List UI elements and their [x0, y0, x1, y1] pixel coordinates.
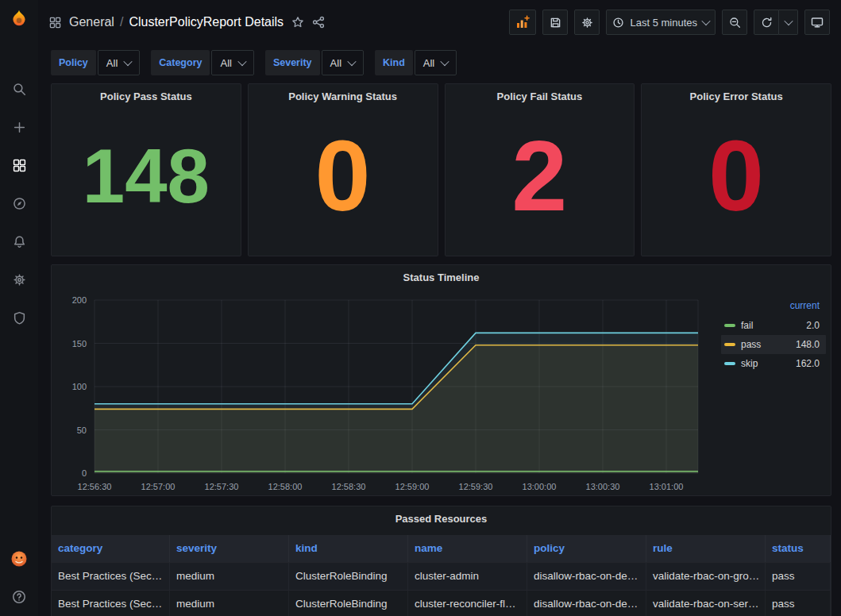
timeline-legend: currentfail2.0pass148.0skip162.0: [721, 298, 826, 373]
grafana-logo[interactable]: [0, 0, 38, 38]
series-current-value: 2.0: [806, 320, 820, 331]
breadcrumb-separator: /: [120, 15, 123, 29]
panel-title[interactable]: Status Timeline: [52, 265, 831, 289]
table-column-header[interactable]: rule: [646, 535, 766, 562]
table-cell: medium: [170, 591, 289, 616]
series-name: skip: [741, 358, 796, 369]
svg-text:12:58:30: 12:58:30: [332, 482, 366, 491]
avatar: [10, 549, 29, 568]
stat-panel-title[interactable]: Policy Pass Status: [52, 84, 241, 108]
variable-filter: SeverityAll: [265, 50, 364, 75]
panel-title[interactable]: Passed Resources: [52, 506, 831, 530]
refresh-button-group: [754, 10, 798, 35]
series-color-swatch: [724, 343, 735, 346]
series-color-swatch: [724, 362, 735, 365]
variable-filter: PolicyAll: [51, 50, 140, 75]
sidebar-item-alerting[interactable]: [0, 222, 38, 260]
svg-text:13:00:00: 13:00:00: [523, 482, 557, 491]
sidebar-item-search[interactable]: [0, 70, 38, 108]
variable-value-dropdown[interactable]: All: [415, 50, 457, 75]
stat-panel: Policy Fail Status2: [445, 83, 635, 256]
sidebar: [0, 0, 38, 616]
table-cell: ClusterRoleBinding: [289, 591, 408, 616]
save-icon: [550, 17, 561, 29]
table-body: Best Practices (Sec…mediumClusterRoleBin…: [52, 562, 831, 616]
variable-label[interactable]: Category: [151, 50, 210, 75]
sidebar-item-create[interactable]: [0, 108, 38, 146]
svg-text:12:59:00: 12:59:00: [395, 482, 430, 491]
table-column-header[interactable]: category: [52, 535, 170, 562]
series-name: pass: [741, 339, 796, 350]
dashboard-settings-button[interactable]: [574, 10, 600, 35]
sidebar-item-configuration[interactable]: [0, 260, 38, 298]
variable-value-dropdown[interactable]: All: [98, 50, 140, 75]
table-column-header[interactable]: name: [408, 535, 527, 562]
stat-panel-title[interactable]: Policy Error Status: [642, 84, 831, 108]
svg-text:100: 100: [72, 382, 87, 391]
stat-panels-row: Policy Pass Status148Policy Warning Stat…: [51, 83, 831, 256]
table-cell: Best Practices (Sec…: [52, 591, 170, 616]
time-range-label: Last 5 minutes: [630, 17, 697, 29]
table-row: Best Practices (Sec…mediumClusterRoleBin…: [52, 562, 831, 590]
table-column-header[interactable]: status: [766, 535, 831, 562]
svg-text:12:56:30: 12:56:30: [78, 482, 112, 491]
legend-row[interactable]: fail2.0: [721, 316, 826, 335]
stat-panel-title[interactable]: Policy Warning Status: [249, 84, 438, 108]
legend-row[interactable]: skip162.0: [721, 354, 826, 373]
stat-value: 0: [642, 108, 831, 256]
svg-text:50: 50: [77, 425, 87, 435]
chevron-down-icon: [347, 57, 356, 66]
sidebar-item-security[interactable]: [0, 298, 38, 337]
chevron-down-icon: [701, 17, 710, 25]
stat-value: 148: [52, 108, 241, 256]
table-column-header[interactable]: severity: [170, 535, 289, 562]
sidebar-bottom: [0, 540, 38, 616]
stat-value: 2: [446, 108, 635, 256]
variable-label[interactable]: Severity: [265, 50, 320, 75]
variable-value-dropdown[interactable]: All: [322, 50, 364, 75]
sidebar-item-profile[interactable]: [0, 540, 38, 578]
variable-label[interactable]: Kind: [375, 50, 413, 75]
refresh-button[interactable]: [754, 10, 779, 35]
zoom-out-time-button[interactable]: [722, 10, 747, 35]
stat-panel-title[interactable]: Policy Fail Status: [446, 84, 635, 108]
sidebar-item-dashboards[interactable]: [0, 146, 38, 184]
add-panel-button[interactable]: [509, 10, 536, 35]
svg-text:0: 0: [82, 468, 87, 478]
breadcrumb-folder[interactable]: General: [69, 15, 114, 29]
table-cell: pass: [766, 591, 831, 616]
series-current-value: 162.0: [796, 358, 820, 369]
star-icon[interactable]: [291, 16, 304, 29]
legend-current-header[interactable]: current: [721, 298, 826, 316]
table-column-header[interactable]: kind: [289, 535, 408, 562]
passed-resources-table: categoryseveritykindnamepolicyrulestatus…: [52, 535, 831, 616]
stat-panel: Policy Pass Status148: [51, 83, 241, 256]
table-row: Best Practices (Sec…mediumClusterRoleBin…: [52, 590, 831, 616]
sidebar-menu: [0, 70, 38, 337]
refresh-icon: [761, 17, 773, 29]
monitor-icon: [811, 16, 824, 29]
legend-row[interactable]: pass148.0: [721, 335, 826, 354]
breadcrumb-dashboard-title[interactable]: ClusterPolicyReport Details: [129, 15, 284, 29]
sidebar-item-help[interactable]: [0, 578, 38, 616]
variable-label[interactable]: Policy: [51, 50, 96, 75]
svg-text:12:57:30: 12:57:30: [205, 482, 239, 491]
table-column-header[interactable]: policy: [527, 535, 646, 562]
sidebar-item-explore[interactable]: [0, 184, 38, 222]
svg-text:12:58:00: 12:58:00: [268, 482, 303, 491]
svg-text:12:57:00: 12:57:00: [141, 482, 176, 491]
time-range-picker[interactable]: Last 5 minutes: [606, 10, 716, 35]
refresh-interval-dropdown[interactable]: [779, 10, 798, 35]
kiosk-mode-button[interactable]: [804, 10, 830, 35]
share-icon[interactable]: [312, 16, 325, 29]
status-timeline-panel: Status Timeline 05010015020012:56:3012:5…: [51, 264, 831, 496]
table-cell: cluster-reconciler-fl…: [408, 591, 527, 616]
status-timeline-chart[interactable]: 05010015020012:56:3012:57:0012:57:3012:5…: [58, 294, 727, 494]
stat-panel: Policy Warning Status0: [248, 83, 438, 256]
table-cell: pass: [766, 563, 831, 590]
save-dashboard-button[interactable]: [542, 10, 568, 35]
passed-resources-panel: Passed Resources categoryseveritykindnam…: [51, 506, 831, 616]
variable-value-dropdown[interactable]: All: [211, 50, 253, 75]
chevron-down-icon: [441, 57, 449, 66]
search-icon: [13, 83, 26, 96]
